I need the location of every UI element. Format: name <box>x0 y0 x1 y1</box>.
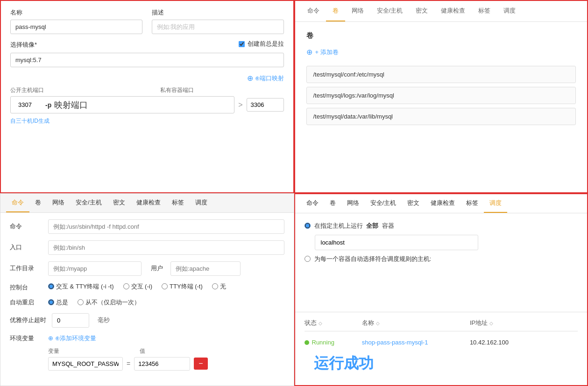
tab-schedule-tr[interactable]: 调度 <box>497 1 522 21</box>
env-val-label: 值 <box>140 347 145 355</box>
console-radio-3[interactable]: 交互 (-i) <box>123 282 153 291</box>
tab-secret-br[interactable]: 密文 <box>402 194 425 213</box>
tab-volume-bl[interactable]: 卷 <box>29 194 47 212</box>
tab-health-bl[interactable]: 健康检查 <box>131 194 166 212</box>
tab-command-tr[interactable]: 命令 <box>301 1 326 21</box>
console-radio-2[interactable]: TTY终端 (-t) <box>162 282 203 291</box>
port-flag: -p <box>45 101 51 109</box>
add-volume-plus-icon: ⊕ <box>306 48 312 56</box>
user-label: 用户 <box>151 264 165 273</box>
restart-radio-2[interactable]: 从不（仅启动一次） <box>78 298 140 307</box>
sort-status-icon: ◇ <box>319 321 322 326</box>
volume-section-title: 卷 <box>306 31 576 40</box>
env-remove-button[interactable]: − <box>194 358 207 370</box>
name-label: 名称 <box>10 8 142 17</box>
volume-item-0[interactable]: /test/mysql/conf:/etc/mysql <box>306 66 576 83</box>
panel-top-left: 名称 描述 选择镜像* 创建前总是拉 ⊕ ⊕端口映射 <box>0 0 294 193</box>
grace-label: 优雅停止超时 <box>10 316 46 324</box>
tab-schedule-br[interactable]: 调度 <box>484 194 507 213</box>
desc-input[interactable] <box>152 20 284 34</box>
tab-volume-tr[interactable]: 卷 <box>326 1 345 21</box>
top-right-tabs: 命令 卷 网络 安全/主机 密文 健康检查 标签 调度 <box>295 1 588 22</box>
tab-volume-br[interactable]: 卷 <box>324 194 341 213</box>
entry-label: 入口 <box>10 243 43 252</box>
command-input[interactable] <box>48 219 284 234</box>
sort-name-icon: ◇ <box>376 321 380 326</box>
add-env-button[interactable]: ⊕ ⊕添加环境变量 <box>48 334 284 343</box>
workdir-input[interactable] <box>48 261 142 276</box>
schedule-host-input[interactable] <box>315 235 478 250</box>
volume-item-2[interactable]: /test/mysql/data:/var/lib/mysql <box>306 108 576 125</box>
arrow-icon: > <box>238 101 242 109</box>
command-label: 命令 <box>10 222 43 231</box>
console-label: 控制台 <box>10 282 43 292</box>
desc-label: 描述 <box>152 8 284 17</box>
sort-ip-icon: ◇ <box>489 321 493 326</box>
restart-label: 自动重启 <box>10 298 43 307</box>
tab-health-br[interactable]: 健康检查 <box>425 194 460 213</box>
workdir-label: 工作目录 <box>10 264 43 273</box>
panel-bottom-right: 命令 卷 网络 安全/主机 密文 健康检查 标签 调度 在指定主机上运行 全部 … <box>294 193 588 386</box>
entry-input[interactable] <box>48 240 284 255</box>
schedule-radio-1[interactable]: 在指定主机上运行 全部 容器 <box>305 222 578 230</box>
container-table-header: 状态 ◇ 名称 ◇ IP地址 ◇ <box>305 319 578 331</box>
image-input[interactable] <box>10 53 284 67</box>
status-dot-icon <box>305 340 309 345</box>
grace-input[interactable] <box>52 313 89 328</box>
success-text: 运行成功 <box>305 349 578 379</box>
schedule-radio-1-label: 在指定主机上运行 全部 容器 <box>314 222 394 230</box>
port-desc: 映射端口 <box>54 99 88 111</box>
col-header-status[interactable]: 状态 ◇ <box>305 319 362 327</box>
env-var-input[interactable] <box>48 357 123 371</box>
tab-network-tr[interactable]: 网络 <box>345 1 370 21</box>
auto-port-text[interactable]: 自三十机ID生成 <box>10 117 284 125</box>
env-equals-icon: = <box>127 360 130 367</box>
tab-security-br[interactable]: 安全/主机 <box>365 194 402 213</box>
public-port-input[interactable] <box>14 98 43 111</box>
console-radio-4[interactable]: 无 <box>212 282 226 291</box>
checkbox-label: 创建前总是拉 <box>248 40 284 48</box>
tab-command-bl[interactable]: 命令 <box>6 194 29 212</box>
volume-list: /test/mysql/conf:/etc/mysql /test/mysql/… <box>306 66 576 125</box>
tab-network-bl[interactable]: 网络 <box>47 194 70 212</box>
panel-bottom-left: 命令 卷 网络 安全/主机 密文 健康检查 标签 调度 命令 入口 工作目录 用… <box>0 193 294 386</box>
row-status: Running <box>305 339 362 346</box>
tab-health-tr[interactable]: 健康检查 <box>434 1 472 21</box>
table-row: Running shop-pass-pass-mysql-1 10.42.162… <box>305 336 578 349</box>
user-input[interactable] <box>170 261 241 276</box>
col-header-name[interactable]: 名称 ◇ <box>362 319 470 327</box>
tab-label-br[interactable]: 标签 <box>460 194 484 213</box>
status-text: Running <box>312 339 334 346</box>
add-volume-label: + 添加卷 <box>315 48 339 56</box>
private-port-input[interactable] <box>247 98 284 112</box>
image-label: 选择镜像* <box>10 41 37 49</box>
tab-secret-bl[interactable]: 密文 <box>107 194 131 212</box>
tab-security-bl[interactable]: 安全/主机 <box>70 194 107 212</box>
public-port-label: 公开主机端口 <box>10 86 134 94</box>
schedule-radio-2[interactable]: 为每一个容器自动选择符合调度规则的主机: <box>305 255 578 263</box>
bottom-left-tabs: 命令 卷 网络 安全/主机 密文 健康检查 标签 调度 <box>0 194 294 213</box>
grace-unit: 毫秒 <box>98 316 110 324</box>
row-name[interactable]: shop-pass-pass-mysql-1 <box>362 339 470 346</box>
volume-item-1[interactable]: /test/mysql/logs:/var/log/mysql <box>306 87 576 104</box>
row-ip: 10.42.162.100 <box>470 339 578 346</box>
col-header-ip[interactable]: IP地址 ◇ <box>470 319 578 327</box>
always-pull-checkbox[interactable] <box>239 41 245 47</box>
tab-command-br[interactable]: 命令 <box>301 194 324 213</box>
tab-label-tr[interactable]: 标签 <box>472 1 497 21</box>
env-var-label: 变量 <box>48 347 123 355</box>
tab-security-tr[interactable]: 安全/主机 <box>370 1 410 21</box>
name-input[interactable] <box>10 20 142 34</box>
private-port-label: 私有容器端口 <box>160 86 284 94</box>
env-val-input[interactable] <box>134 357 190 371</box>
port-mapping-header[interactable]: ⊕ ⊕端口映射 <box>10 74 284 83</box>
env-label: 环境变量 <box>10 334 43 343</box>
tab-secret-tr[interactable]: 密文 <box>409 1 434 21</box>
console-radio-1[interactable]: 交互 & TTY终端 (-i -t) <box>48 282 114 291</box>
tab-schedule-bl[interactable]: 调度 <box>190 194 213 212</box>
restart-radio-1[interactable]: 总是 <box>48 298 68 307</box>
tab-network-br[interactable]: 网络 <box>341 194 365 213</box>
add-env-label: ⊕添加环境变量 <box>55 334 96 343</box>
add-volume-button[interactable]: ⊕ + 添加卷 <box>306 48 576 56</box>
tab-label-bl[interactable]: 标签 <box>166 194 190 212</box>
